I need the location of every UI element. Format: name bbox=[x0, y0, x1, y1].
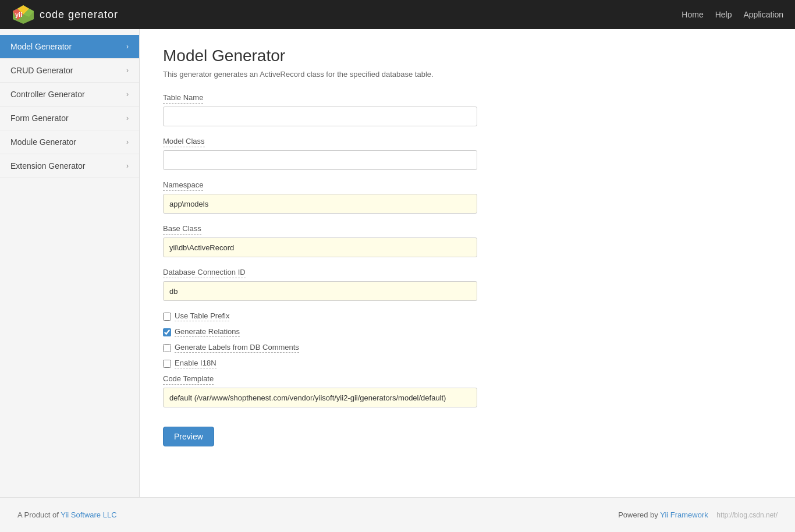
model-class-input[interactable] bbox=[163, 150, 477, 170]
chevron-right-icon: › bbox=[126, 42, 129, 51]
sidebar-item-extension-generator[interactable]: Extension Generator › bbox=[0, 154, 139, 178]
chevron-right-icon: › bbox=[126, 138, 129, 146]
sidebar-item-crud-generator[interactable]: CRUD Generator › bbox=[0, 59, 139, 83]
yii-logo-icon: yii bbox=[12, 4, 35, 25]
table-name-input[interactable] bbox=[163, 107, 477, 126]
base-class-input[interactable] bbox=[163, 237, 477, 257]
generate-labels-group: Generate Labels from DB Comments bbox=[163, 343, 772, 353]
table-name-label: Table Name bbox=[163, 93, 203, 104]
enable-i18n-checkbox[interactable] bbox=[163, 360, 171, 368]
brand: yii code generator bbox=[12, 4, 118, 25]
sidebar-item-controller-generator[interactable]: Controller Generator › bbox=[0, 83, 139, 107]
sidebar-item-label: Controller Generator bbox=[10, 90, 85, 99]
namespace-input[interactable] bbox=[163, 194, 477, 214]
enable-i18n-group: Enable I18N bbox=[163, 359, 772, 368]
use-table-prefix-label[interactable]: Use Table Prefix bbox=[175, 311, 229, 321]
footer-right: Powered by Yii Framework http://blog.csd… bbox=[618, 510, 778, 519]
generate-labels-checkbox[interactable] bbox=[163, 344, 171, 352]
db-connection-label: Database Connection ID bbox=[163, 268, 246, 278]
brand-text: code generator bbox=[40, 9, 118, 21]
generate-relations-group: Generate Relations bbox=[163, 327, 772, 337]
db-connection-group: Database Connection ID bbox=[163, 268, 772, 301]
generate-relations-label[interactable]: Generate Relations bbox=[175, 327, 240, 337]
generate-relations-checkbox[interactable] bbox=[163, 328, 171, 336]
footer-watermark: http://blog.csdn.net/ bbox=[716, 511, 778, 519]
use-table-prefix-checkbox[interactable] bbox=[163, 313, 171, 321]
code-template-group: Code Template bbox=[163, 374, 772, 407]
sidebar-item-label: Model Generator bbox=[10, 42, 72, 51]
table-name-group: Table Name bbox=[163, 93, 772, 126]
page-title: Model Generator bbox=[163, 47, 772, 65]
page-subtitle: This generator generates an ActiveRecord… bbox=[163, 70, 772, 79]
topnav: yii code generator Home Help Application bbox=[0, 0, 795, 29]
sidebar-item-label: CRUD Generator bbox=[10, 66, 73, 75]
model-class-group: Model Class bbox=[163, 137, 772, 170]
nav-home[interactable]: Home bbox=[682, 10, 703, 19]
sidebar-item-model-generator[interactable]: Model Generator › bbox=[0, 35, 139, 59]
sidebar-item-label: Module Generator bbox=[10, 137, 76, 147]
namespace-group: Namespace bbox=[163, 180, 772, 214]
chevron-right-icon: › bbox=[126, 66, 129, 75]
preview-button[interactable]: Preview bbox=[163, 427, 214, 446]
svg-text:yii: yii bbox=[15, 11, 22, 18]
footer: A Product of Yii Software LLC Powered by… bbox=[0, 497, 795, 532]
footer-left-text: A Product of bbox=[17, 510, 61, 519]
chevron-right-icon: › bbox=[126, 90, 129, 98]
footer-yii-framework-link[interactable]: Yii Framework bbox=[660, 510, 708, 519]
sidebar-item-module-generator[interactable]: Module Generator › bbox=[0, 130, 139, 154]
main-content: Model Generator This generator generates… bbox=[140, 29, 795, 497]
db-connection-input[interactable] bbox=[163, 281, 477, 301]
chevron-right-icon: › bbox=[126, 114, 129, 122]
sidebar: Model Generator › CRUD Generator › Contr… bbox=[0, 29, 140, 497]
chevron-right-icon: › bbox=[126, 162, 129, 170]
sidebar-item-form-generator[interactable]: Form Generator › bbox=[0, 107, 139, 130]
namespace-label: Namespace bbox=[163, 180, 203, 191]
code-template-input[interactable] bbox=[163, 388, 477, 407]
sidebar-item-label: Form Generator bbox=[10, 114, 69, 123]
footer-left: A Product of Yii Software LLC bbox=[17, 510, 117, 519]
footer-powered-text: Powered by bbox=[618, 510, 660, 519]
generate-labels-label[interactable]: Generate Labels from DB Comments bbox=[175, 343, 299, 353]
footer-yii-software-link[interactable]: Yii Software LLC bbox=[61, 510, 116, 519]
sidebar-item-label: Extension Generator bbox=[10, 161, 85, 171]
base-class-group: Base Class bbox=[163, 224, 772, 257]
layout: Model Generator › CRUD Generator › Contr… bbox=[0, 29, 795, 497]
use-table-prefix-group: Use Table Prefix bbox=[163, 311, 772, 321]
model-class-label: Model Class bbox=[163, 137, 205, 147]
nav-help[interactable]: Help bbox=[715, 10, 732, 19]
enable-i18n-label[interactable]: Enable I18N bbox=[175, 359, 217, 368]
topnav-links: Home Help Application bbox=[682, 10, 783, 19]
base-class-label: Base Class bbox=[163, 224, 201, 235]
nav-application[interactable]: Application bbox=[744, 10, 784, 19]
code-template-label: Code Template bbox=[163, 374, 214, 385]
